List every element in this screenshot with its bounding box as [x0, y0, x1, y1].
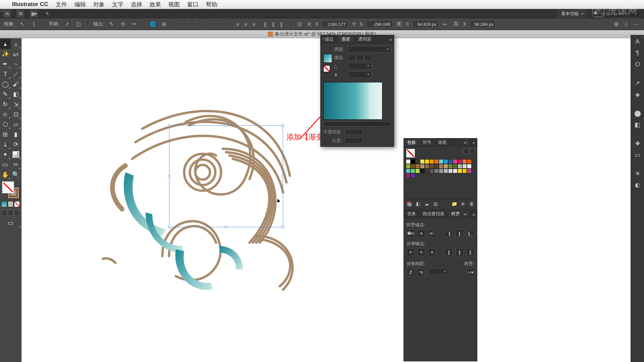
- align-right-btn[interactable]: ≡⸾: [428, 229, 436, 237]
- tab-align[interactable]: 对齐: [448, 210, 463, 218]
- shape-builder-tool[interactable]: ⬡: [0, 119, 11, 129]
- aspect-field[interactable]: [348, 71, 372, 78]
- free-transform-tool[interactable]: ⊡: [11, 109, 21, 119]
- none-mode-btn[interactable]: [14, 201, 20, 207]
- swatch-cell[interactable]: [458, 159, 462, 164]
- swatch-cell[interactable]: [467, 159, 472, 164]
- character-panel-icon[interactable]: A: [633, 37, 642, 46]
- hand-tool[interactable]: ✋: [0, 170, 11, 180]
- dist-right-btn[interactable]: ‖: [466, 248, 474, 256]
- angle-field[interactable]: [348, 63, 372, 69]
- graphic-styles-panel-icon[interactable]: ◐: [633, 180, 642, 190]
- gradient-type-dropdown[interactable]: [348, 46, 391, 53]
- h-stepper-icon[interactable]: ⥮: [461, 20, 468, 28]
- dist-hspacing-btn[interactable]: ⇆: [417, 268, 425, 276]
- screen-mode-btn[interactable]: ▭: [0, 218, 21, 228]
- convert-anchor-icon[interactable]: ↖: [19, 20, 26, 28]
- swatch-cell[interactable]: [406, 173, 411, 178]
- bridge-icon[interactable]: ✎: [44, 10, 51, 17]
- home-icon[interactable]: Ai: [3, 10, 11, 17]
- color-mode-btn[interactable]: [1, 201, 7, 207]
- cut-path-icon[interactable]: ✂: [131, 20, 138, 28]
- menu-object[interactable]: 对象: [93, 1, 105, 8]
- reference-point-icon[interactable]: ⊡: [296, 20, 304, 28]
- swatch-cell[interactable]: [425, 164, 429, 169]
- strip-collapse-icon[interactable]: ×: [641, 36, 643, 39]
- opentype-panel-icon[interactable]: O: [633, 60, 642, 69]
- selection-bounding-box[interactable]: [169, 125, 283, 227]
- tab-transform[interactable]: 变换: [404, 210, 419, 218]
- libraries-panel-icon[interactable]: ◈: [633, 90, 642, 99]
- swatch-cell[interactable]: [415, 164, 420, 169]
- align-vcenter-icon[interactable]: ⬛: [215, 20, 222, 28]
- mesh-tool[interactable]: ⊞: [0, 129, 11, 139]
- swatch-cell[interactable]: [453, 164, 458, 169]
- appearance-panel-icon[interactable]: ☀: [633, 169, 642, 178]
- align-hcenter-icon[interactable]: ⬛: [187, 20, 195, 28]
- swatch-grid[interactable]: [406, 159, 473, 178]
- link-wh-icon[interactable]: ⚯: [443, 22, 449, 26]
- y-field[interactable]: -296.049: [366, 20, 392, 28]
- gradient-ramp[interactable]: [323, 82, 382, 120]
- swatch-cell[interactable]: [458, 164, 462, 169]
- swatch-cell[interactable]: [415, 169, 420, 173]
- swatch-cell[interactable]: [453, 159, 458, 164]
- reflect-tool[interactable]: ⇲: [11, 99, 21, 109]
- rotate-tool[interactable]: ↻: [0, 99, 11, 109]
- swatch-cell[interactable]: [448, 169, 453, 173]
- swatch-cell[interactable]: [415, 159, 420, 164]
- dist-v1-icon[interactable]: ‖: [262, 20, 269, 28]
- type-tool[interactable]: T: [0, 69, 11, 79]
- snap-icon[interactable]: ⊞: [161, 20, 168, 28]
- workspace-dropdown[interactable]: 基本功能: [557, 10, 586, 17]
- align-bottom-btn[interactable]: ‖_: [466, 229, 474, 237]
- swatch-group-icon[interactable]: ▥: [433, 201, 438, 206]
- tab-symbols[interactable]: 符号: [419, 138, 435, 146]
- eraser-tool[interactable]: ◧: [11, 89, 21, 99]
- swatch-cell[interactable]: [429, 169, 434, 173]
- stroke-within-btn[interactable]: [348, 55, 356, 61]
- swatch-cell[interactable]: [429, 164, 434, 169]
- paragraph-panel-icon[interactable]: ¶: [633, 48, 642, 58]
- swatch-cell[interactable]: [439, 169, 443, 173]
- swatch-cell[interactable]: [406, 159, 411, 164]
- dist-vspacing-btn[interactable]: ⇵: [407, 268, 415, 276]
- panel-collapse-icon[interactable]: ▸│: [464, 140, 469, 145]
- swatch-libraries-icon[interactable]: 📚: [407, 201, 412, 206]
- swatch-kind-icon[interactable]: ◧: [415, 201, 421, 206]
- color-guide-panel-icon[interactable]: ◧: [633, 120, 642, 129]
- dist-hcenter-btn[interactable]: ‖: [455, 248, 464, 256]
- swatch-cell[interactable]: [443, 164, 448, 169]
- new-swatch-icon[interactable]: ⊕: [460, 201, 466, 206]
- swatch-cell[interactable]: [406, 164, 411, 169]
- fill-swatch[interactable]: [2, 182, 14, 193]
- tab-brushes[interactable]: 画笔: [435, 138, 450, 146]
- swatch-cell[interactable]: [467, 169, 472, 173]
- handle-show-icon[interactable]: ↗: [63, 20, 71, 28]
- menu-effect[interactable]: 效果: [150, 1, 161, 8]
- menu-edit[interactable]: 编辑: [74, 1, 86, 8]
- width-tool[interactable]: ⎋: [0, 109, 11, 119]
- dist-top-btn[interactable]: ≡: [407, 248, 415, 256]
- dist-hcenter-icon[interactable]: ≡: [242, 20, 250, 28]
- line-tool[interactable]: ／: [11, 69, 21, 79]
- eyedropper-tool[interactable]: ⤓: [0, 139, 11, 149]
- gradient-panel[interactable]: × 描边 渐变 透明度 ≡ 类型: 描边: △ ⬍ 不透明度: 位置:: [320, 35, 394, 147]
- panel-collapse-icon[interactable]: ▸│: [464, 212, 469, 217]
- menu-select[interactable]: 选择: [131, 1, 142, 8]
- y-stepper-icon[interactable]: ⥮: [358, 20, 365, 28]
- dist-vcenter-btn[interactable]: ≡: [417, 248, 425, 256]
- remove-anchor-icon[interactable]: ✎: [108, 20, 115, 28]
- align-top-icon[interactable]: ⬛: [207, 20, 214, 28]
- dist-left-btn[interactable]: ‖: [445, 248, 453, 256]
- swatch-cell[interactable]: [420, 159, 425, 164]
- perspective-tool[interactable]: ▱: [11, 119, 21, 129]
- tab-transparency[interactable]: 透明度: [354, 35, 375, 43]
- menu-view[interactable]: 视图: [168, 1, 180, 8]
- symbol-sprayer-tool[interactable]: ✦: [0, 149, 11, 160]
- swatch-cell[interactable]: [434, 159, 439, 164]
- align-left-icon[interactable]: ⬛: [179, 20, 186, 28]
- column-graph-tool[interactable]: 📊: [11, 149, 21, 160]
- share-panel-icon[interactable]: ↗: [633, 78, 642, 88]
- dist-bottom-btn[interactable]: ≡: [428, 248, 436, 256]
